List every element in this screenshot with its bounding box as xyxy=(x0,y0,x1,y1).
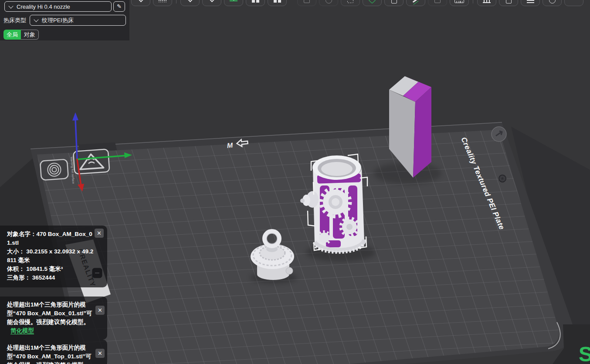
support-tower-icon xyxy=(483,0,491,3)
object-volume-value: 10841.5 毫米³ xyxy=(26,266,63,272)
object-triangles-value: 3652444 xyxy=(32,274,55,281)
no-touch-sticker xyxy=(40,159,68,180)
flatten-icon xyxy=(207,0,216,2)
toolbar-spacer xyxy=(289,0,295,6)
ruler-icon xyxy=(454,0,464,3)
close-warning-button[interactable]: ✕ xyxy=(95,306,105,315)
object-size-line: 大小： 30.2155 x 32.0932 x 49.2811 毫米 xyxy=(7,247,96,265)
bed-type-label: 热床类型 xyxy=(3,17,26,24)
add-model-icon xyxy=(136,0,145,2)
object-volume-line: 体积： 10841.5 毫米³ xyxy=(7,265,96,273)
auto-arrange-button[interactable] xyxy=(268,0,287,6)
add-model-button[interactable] xyxy=(131,0,150,6)
tab-global-label: 全局 xyxy=(7,31,18,39)
chevron-down-icon xyxy=(8,3,13,8)
bed-type-row: 热床类型 纹理PEI热床 xyxy=(3,15,126,26)
sticker-frame xyxy=(40,159,68,180)
edit-file-icon xyxy=(506,0,512,3)
corner-brand-letter: S xyxy=(579,343,590,364)
tab-object[interactable]: 对象 xyxy=(21,30,39,40)
bracket-edge xyxy=(313,182,314,195)
plate-grid-surface xyxy=(37,130,559,364)
plate-clip-badge xyxy=(492,127,506,142)
top-toolbar: A xyxy=(131,0,583,6)
plate-grid-button[interactable] xyxy=(153,0,172,6)
draw-button[interactable] xyxy=(406,0,425,6)
object-name-line: 对象名字：470 Box_AM_Box_01.stl xyxy=(7,230,96,247)
text-tool-icon: A xyxy=(565,0,583,2)
close-icon: ✕ xyxy=(97,230,102,236)
pen-slash-icon xyxy=(413,0,419,3)
warning-file: 470 Box_AM_Box_01.stl xyxy=(16,310,83,317)
printer-panel: Creality Hi 0.4 nozzle ✎ 热床类型 纹理PEI热床 全局… xyxy=(0,0,129,40)
layout-dashed-icon xyxy=(347,0,353,3)
toolbar-separator xyxy=(176,0,176,3)
text-tool-button[interactable]: A xyxy=(564,0,583,6)
simplify-model-link[interactable]: 简化模型 xyxy=(10,327,34,334)
nozzle-select-value: Creality Hi 0.4 nozzle xyxy=(17,3,70,10)
tab-global[interactable]: 全局 xyxy=(3,30,21,40)
warning-panel-box: 处理超出1M个三角形面片的模型“470 Box_AM_Box_01.stl”可能… xyxy=(0,297,107,340)
layers-button[interactable] xyxy=(521,0,540,6)
edit-file-button[interactable] xyxy=(499,0,518,6)
history-button[interactable] xyxy=(543,0,562,6)
gears-icon xyxy=(326,0,332,3)
cube-stack-icon xyxy=(369,0,376,3)
pencil-icon: ✎ xyxy=(117,3,122,10)
layout-button[interactable] xyxy=(341,0,360,6)
plate-grid-icon xyxy=(158,0,167,2)
close-warning-button[interactable]: ✕ xyxy=(95,349,105,358)
tab-object-label: 对象 xyxy=(24,31,35,39)
close-icon: ✕ xyxy=(98,307,102,313)
edit-printer-button[interactable]: ✎ xyxy=(113,1,125,12)
nozzle-select[interactable]: Creality Hi 0.4 nozzle xyxy=(4,1,112,12)
warning-file: 470 Box_AM_Top_01.stl xyxy=(16,353,83,360)
chevron-down-icon xyxy=(34,17,38,22)
arrow-down-icon xyxy=(185,0,194,2)
support-button[interactable] xyxy=(477,0,496,6)
selection-info-panel: 对象名字：470 Box_AM_Box_01.stl 大小： 30.2155 x… xyxy=(0,226,107,287)
split-objects-button[interactable] xyxy=(246,0,265,6)
cylinder-top-hole xyxy=(321,162,353,176)
warning-panel-top: 处理超出1M个三角形面片的模型“470 Box_AM_Top_01.stl”可能… xyxy=(0,340,107,364)
split-objects-icon xyxy=(252,0,259,3)
layer-lines-icon xyxy=(527,0,534,3)
gear-tiny xyxy=(319,233,329,243)
drop-to-plate-button[interactable] xyxy=(224,0,243,6)
measure-button[interactable] xyxy=(450,0,469,6)
frame-button[interactable] xyxy=(428,0,447,6)
close-icon: ✕ xyxy=(98,350,102,357)
auto-arrange-icon xyxy=(274,0,281,3)
export-file-icon xyxy=(391,0,397,3)
close-info-button[interactable]: ✕ xyxy=(95,229,104,238)
bed-type-select-value: 纹理PEI热床 xyxy=(42,17,74,24)
plate-logo-letter: M xyxy=(227,142,234,149)
gears-button[interactable] xyxy=(319,0,338,6)
gear-small-hub xyxy=(346,224,353,230)
blank-square-icon xyxy=(434,0,441,3)
object-volume-label: 体积： xyxy=(7,266,25,272)
gear-large-center xyxy=(332,198,339,206)
lay-flat-button[interactable] xyxy=(202,0,221,6)
side-knob-tip xyxy=(300,199,305,203)
object-triangles-line: 三角形： 3652444 xyxy=(7,273,96,282)
clock-icon xyxy=(549,0,556,3)
object-triangles-label: 三角形： xyxy=(7,274,31,281)
clone-button[interactable] xyxy=(297,0,316,6)
bed-type-select[interactable]: 纹理PEI热床 xyxy=(30,15,126,26)
toolbar-separator xyxy=(473,0,473,3)
nozzle-row: Creality Hi 0.4 nozzle ✎ xyxy=(4,1,125,12)
clone-icon xyxy=(304,0,310,3)
move-down-button[interactable] xyxy=(180,0,200,6)
creality-print-app: S Warning hot surface M xyxy=(0,0,590,364)
lid-knob xyxy=(286,267,293,274)
object-size-label: 大小： xyxy=(7,248,25,255)
export-button[interactable] xyxy=(384,0,404,6)
object-name-label: 对象名字： xyxy=(7,231,37,237)
merge-models-button[interactable] xyxy=(363,0,382,6)
scope-tabs: 全局 对象 xyxy=(3,30,39,40)
